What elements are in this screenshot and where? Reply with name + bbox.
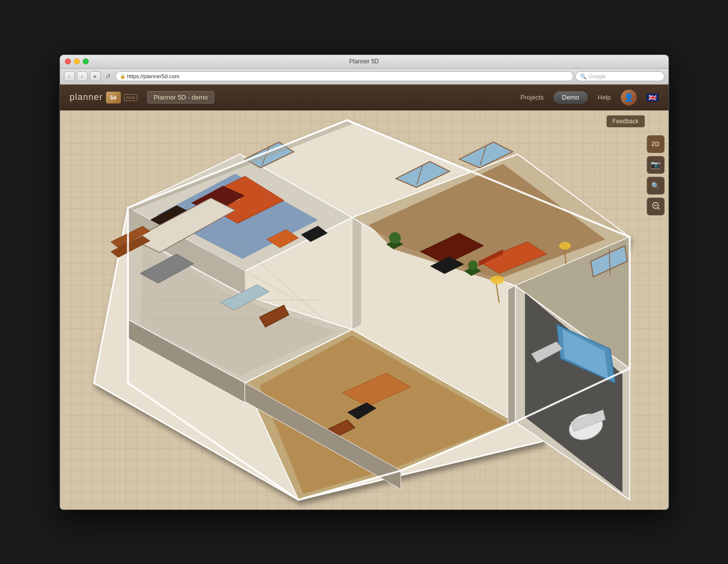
browser-navbar: ‹ › + ↺ 🔒 https://planner5d.com 🔍 Google [60, 69, 669, 85]
search-placeholder: Google [589, 73, 606, 79]
project-name[interactable]: Planner 5D - demo [147, 91, 214, 103]
titlebar: Planner 5D [60, 55, 669, 69]
svg-point-29 [559, 242, 571, 250]
refresh-button[interactable]: ↺ [103, 71, 113, 81]
search-bar[interactable]: 🔍 Google [575, 71, 665, 81]
zoom-in-button[interactable]: 🔍 [647, 177, 665, 195]
svg-marker-11 [352, 213, 362, 329]
logo-box: 5d [106, 92, 121, 103]
svg-line-67 [658, 207, 660, 209]
zoom-in-icon: 🔍 [651, 182, 660, 190]
zoom-out-icon [651, 201, 660, 211]
svg-marker-59 [507, 285, 515, 425]
svg-point-64 [490, 275, 504, 284]
window-title: Planner 5D [349, 58, 379, 65]
svg-point-21 [468, 260, 478, 270]
view-2d-button[interactable]: 2D [647, 135, 665, 153]
screenshot-button[interactable]: 📷 [647, 156, 665, 174]
forward-button[interactable]: › [77, 71, 88, 81]
lock-icon: 🔒 [120, 74, 125, 79]
beta-badge: beta [124, 94, 138, 101]
header-nav: Projects Demo Help 👤 🇬🇧 [520, 90, 658, 105]
camera-icon: 📷 [651, 160, 661, 169]
minimize-button[interactable] [74, 58, 80, 64]
floorplan-svg[interactable] [60, 110, 669, 510]
logo-text: planner [70, 92, 103, 103]
right-toolbar: 2D 📷 🔍 [647, 135, 665, 215]
zoom-out-button[interactable] [647, 198, 665, 215]
traffic-lights [65, 58, 89, 64]
2d-label: 2D [651, 140, 660, 148]
projects-link[interactable]: Projects [520, 94, 544, 101]
help-link[interactable]: Help [598, 94, 611, 101]
url-bar[interactable]: 🔒 https://planner5d.com [115, 71, 573, 81]
svg-point-19 [389, 232, 401, 244]
maximize-button[interactable] [83, 58, 89, 64]
user-avatar[interactable]: 👤 [621, 90, 637, 105]
demo-button[interactable]: Demo [554, 91, 588, 103]
search-icon: 🔍 [580, 73, 587, 80]
app-window: Planner 5D ‹ › + ↺ 🔒 https://planner5d.c… [59, 54, 669, 510]
new-tab-button[interactable]: + [90, 71, 101, 81]
url-text: https://planner5d.com [127, 73, 180, 79]
back-button[interactable]: ‹ [64, 71, 75, 81]
main-content: Feedback 2D 📷 🔍 [60, 110, 669, 510]
close-button[interactable] [65, 58, 71, 64]
language-flag[interactable]: 🇬🇧 [647, 94, 659, 102]
app-header: planner 5d beta Planner 5D - demo Projec… [60, 85, 669, 110]
logo-area: planner 5d beta [70, 92, 138, 103]
feedback-button[interactable]: Feedback [607, 115, 645, 127]
